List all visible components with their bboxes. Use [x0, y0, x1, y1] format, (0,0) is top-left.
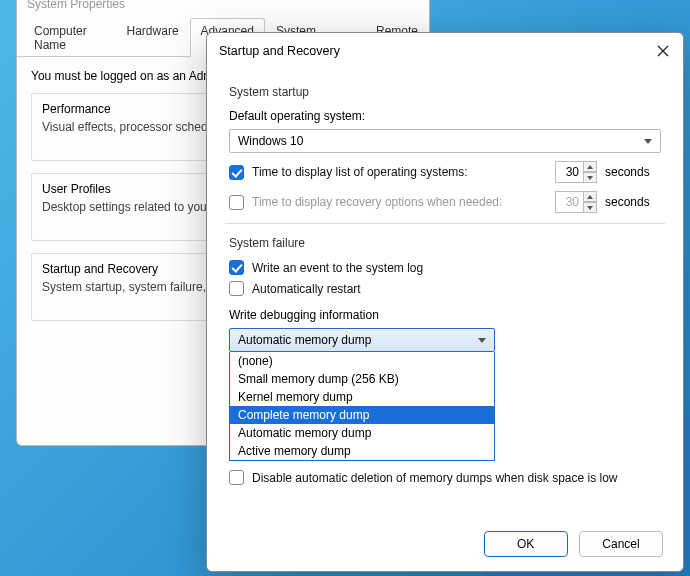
os-list-seconds-value[interactable]: 30: [555, 161, 583, 183]
dialog-footer: OK Cancel: [476, 531, 663, 557]
dump-option-complete[interactable]: Complete memory dump: [230, 406, 494, 424]
dump-option-active[interactable]: Active memory dump: [230, 442, 494, 460]
sysprop-title: System Properties: [17, 0, 429, 17]
recovery-seconds-spin: 30: [555, 191, 597, 213]
dump-selected-value: Automatic memory dump: [238, 333, 371, 347]
section-system-startup: System startup: [229, 85, 661, 99]
close-icon: [657, 45, 669, 57]
show-recovery-label: Time to display recovery options when ne…: [252, 195, 547, 209]
dialog-titlebar: Startup and Recovery: [207, 33, 683, 69]
os-list-seconds-spin[interactable]: 30: [555, 161, 597, 183]
dump-option-none[interactable]: (none): [230, 352, 494, 370]
show-os-list-checkbox[interactable]: [229, 165, 244, 180]
tab-computer-name[interactable]: Computer Name: [23, 18, 116, 57]
write-event-label: Write an event to the system log: [252, 261, 661, 275]
write-event-checkbox[interactable]: [229, 260, 244, 275]
triangle-up-icon: [587, 195, 593, 199]
auto-restart-checkbox[interactable]: [229, 281, 244, 296]
default-os-label: Default operating system:: [229, 109, 661, 123]
dialog-title: Startup and Recovery: [219, 44, 340, 58]
cancel-button[interactable]: Cancel: [579, 531, 663, 557]
seconds-label-1: seconds: [605, 165, 661, 179]
section-divider: [225, 223, 665, 224]
triangle-up-icon: [587, 165, 593, 169]
dump-label: Write debugging information: [229, 308, 661, 322]
dump-dropdown-list: (none) Small memory dump (256 KB) Kernel…: [229, 352, 495, 461]
close-button[interactable]: [655, 43, 671, 59]
dump-option-automatic[interactable]: Automatic memory dump: [230, 424, 494, 442]
seconds-label-2: seconds: [605, 195, 661, 209]
show-os-list-label: Time to display list of operating system…: [252, 165, 547, 179]
auto-restart-label: Automatically restart: [252, 282, 661, 296]
disable-delete-checkbox[interactable]: [229, 470, 244, 485]
spin-up-disabled: [583, 191, 597, 202]
dump-select[interactable]: Automatic memory dump: [229, 328, 495, 352]
recovery-seconds-value: 30: [555, 191, 583, 213]
section-system-failure: System failure: [229, 236, 661, 250]
startup-recovery-dialog: Startup and Recovery System startup Defa…: [206, 32, 684, 572]
show-recovery-checkbox[interactable]: [229, 195, 244, 210]
chevron-down-icon: [478, 338, 486, 343]
triangle-down-icon: [587, 206, 593, 210]
ok-button[interactable]: OK: [484, 531, 568, 557]
spin-down[interactable]: [583, 172, 597, 183]
dump-option-small[interactable]: Small memory dump (256 KB): [230, 370, 494, 388]
spin-down-disabled: [583, 202, 597, 213]
dump-option-kernel[interactable]: Kernel memory dump: [230, 388, 494, 406]
chevron-down-icon: [644, 139, 652, 144]
default-os-value: Windows 10: [238, 134, 303, 148]
disable-delete-label: Disable automatic deletion of memory dum…: [252, 471, 661, 485]
spin-up[interactable]: [583, 161, 597, 172]
tab-hardware[interactable]: Hardware: [116, 18, 190, 57]
triangle-down-icon: [587, 176, 593, 180]
default-os-select[interactable]: Windows 10: [229, 129, 661, 153]
